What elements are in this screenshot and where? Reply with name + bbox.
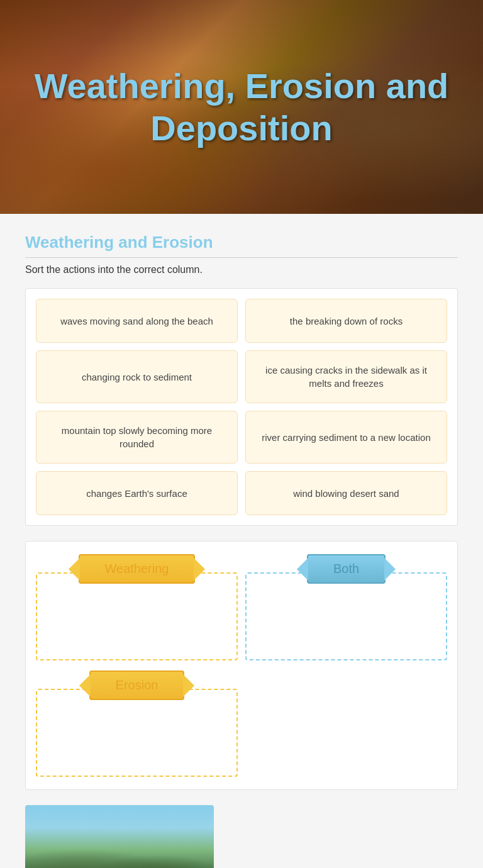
dropzone-top-row: Weathering Both xyxy=(36,554,447,660)
erosion-banner-label: Erosion xyxy=(36,670,238,700)
sort-item-3[interactable]: changing rock to sediment xyxy=(36,350,238,403)
sort-item-1[interactable]: waves moving sand along the beach xyxy=(36,299,238,343)
sort-item-7[interactable]: changes Earth's surface xyxy=(36,471,238,515)
section-title: Weathering and Erosion xyxy=(25,233,458,258)
erosion-zone-wrapper: Erosion xyxy=(36,670,238,777)
sort-item-2[interactable]: the breaking down of rocks xyxy=(245,299,447,343)
dropzone-section: Weathering Both Erosion xyxy=(25,541,458,790)
both-label: Both xyxy=(307,554,386,584)
bottom-image xyxy=(25,805,214,868)
sort-item-5[interactable]: mountain top slowly becoming more rounde… xyxy=(36,411,238,464)
weathering-zone-wrapper: Weathering xyxy=(36,554,238,660)
both-dropzone[interactable] xyxy=(245,572,447,660)
main-content: Weathering and Erosion Sort the actions … xyxy=(0,214,483,868)
empty-right xyxy=(245,670,447,777)
hero-section: Weathering, Erosion and Deposition xyxy=(0,0,483,214)
both-zone-wrapper: Both xyxy=(245,554,447,660)
erosion-dropzone[interactable] xyxy=(36,689,238,777)
hero-title: Weathering, Erosion and Deposition xyxy=(0,52,483,162)
sort-container: waves moving sand along the beach the br… xyxy=(25,288,458,526)
sort-item-4[interactable]: ice causing cracks in the sidewalk as it… xyxy=(245,350,447,403)
both-banner-label: Both xyxy=(245,554,447,584)
erosion-label: Erosion xyxy=(89,670,185,700)
sort-item-6[interactable]: river carrying sediment to a new locatio… xyxy=(245,411,447,464)
sort-grid: waves moving sand along the beach the br… xyxy=(36,299,447,515)
weathering-label: Weathering xyxy=(79,554,196,584)
dropzone-bottom-row: Erosion xyxy=(36,670,447,777)
instruction-text: Sort the actions into the correct column… xyxy=(25,264,458,275)
sort-item-8[interactable]: wind blowing desert sand xyxy=(245,471,447,515)
weathering-banner-label: Weathering xyxy=(36,554,238,584)
weathering-dropzone[interactable] xyxy=(36,572,238,660)
